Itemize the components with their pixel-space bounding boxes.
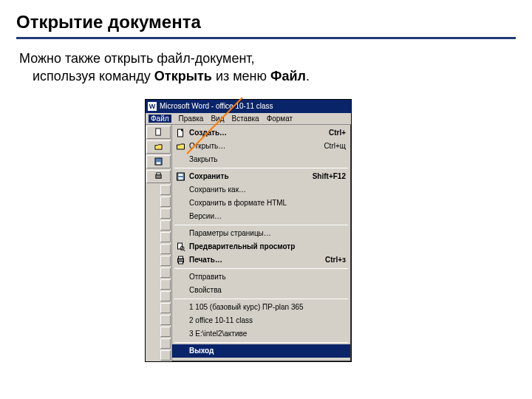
- blank-icon: [174, 272, 186, 282]
- blank-icon: [174, 185, 186, 195]
- tb-slot-11: [160, 303, 171, 313]
- menu-item-label: Предварительный просмотр: [189, 242, 346, 250]
- tb-slot-7: [160, 256, 171, 266]
- menu-item-label: 1 105 (базовый курс) ПР-plan 365: [189, 303, 346, 311]
- menu-item[interactable]: Параметры страницы…: [172, 227, 350, 240]
- tb-slot-2: [160, 197, 171, 207]
- menu-item-label: 3 E:\intel2\активе: [189, 330, 346, 338]
- save-icon: [174, 171, 186, 182]
- svg-line-12: [183, 250, 185, 251]
- menu-file[interactable]: Файл: [149, 115, 171, 123]
- menu-item[interactable]: Создать…Ctrl+: [172, 126, 350, 140]
- menu-item[interactable]: 1 105 (базовый курс) ПР-plan 365: [172, 301, 350, 314]
- menu-item[interactable]: Выход: [172, 344, 350, 358]
- menu-item[interactable]: Свойства: [172, 284, 350, 297]
- menu-item-label: Печать…: [189, 256, 321, 264]
- file-menu-dropdown: Создать…Ctrl+Открыть…Ctrl+щЗакрытьСохран…: [172, 125, 351, 361]
- menu-item[interactable]: Версии…: [172, 210, 350, 223]
- tb-slot-13: [160, 327, 171, 337]
- menu-item[interactable]: Предварительный просмотр: [172, 240, 350, 253]
- tb-save-icon[interactable]: [146, 155, 171, 168]
- menu-separator: [174, 342, 348, 343]
- menu-item[interactable]: Отправить: [172, 270, 350, 284]
- para-mid: из меню: [212, 69, 270, 83]
- svg-rect-5: [157, 173, 161, 175]
- menu-shortcut: Ctrl+щ: [324, 142, 346, 150]
- menu-shortcut: Shift+F12: [313, 172, 346, 180]
- menu-view[interactable]: Вид: [211, 115, 224, 123]
- tb-slot-15: [160, 350, 171, 361]
- menu-item[interactable]: Печать…Ctrl+з: [172, 253, 350, 267]
- new-icon: [174, 128, 186, 138]
- tb-slot-4: [160, 220, 171, 231]
- word-icon: W: [148, 102, 157, 111]
- tb-open-icon[interactable]: [146, 140, 171, 154]
- tb-slot-6: [160, 244, 171, 254]
- window-title: Microsoft Word - office 10-11 class: [160, 102, 273, 110]
- para-bold-file: Файл: [270, 69, 306, 83]
- preview-icon: [174, 242, 186, 252]
- menu-item[interactable]: Открыть…Ctrl+щ: [172, 140, 350, 153]
- menu-item[interactable]: СохранитьShift+F12: [172, 170, 350, 183]
- open-icon: [174, 141, 186, 151]
- svg-rect-9: [178, 174, 183, 176]
- menu-item-label: Открыть…: [189, 142, 319, 150]
- tb-print-icon[interactable]: [146, 170, 171, 183]
- menu-item-label: Сохранить в формате HTML: [189, 199, 346, 207]
- blank-icon: [174, 285, 186, 296]
- tb-slot-1: [160, 185, 171, 195]
- menu-item-label: Версии…: [189, 212, 346, 220]
- tb-slot-5: [160, 232, 171, 242]
- blank-icon: [174, 198, 186, 208]
- svg-rect-3: [157, 163, 161, 165]
- tb-slot-3: [160, 208, 171, 219]
- menu-separator: [174, 299, 348, 299]
- blank-icon: [174, 228, 186, 239]
- toolbar-left: [146, 125, 172, 361]
- print-icon: [174, 255, 186, 265]
- menubar: Файл Правка Вид Вставка Формат: [146, 113, 351, 125]
- svg-rect-14: [178, 256, 183, 259]
- tb-slot-8: [160, 267, 171, 278]
- menu-separator: [174, 168, 348, 168]
- menu-shortcut: Ctrl+: [329, 129, 346, 137]
- description-paragraph: Можно также открыть файл-документ, испол…: [16, 50, 516, 86]
- svg-rect-1: [156, 129, 160, 135]
- tb-slot-9: [160, 279, 171, 290]
- menu-item[interactable]: 2 office 10-11 class: [172, 314, 350, 327]
- menu-item-label: Отправить: [189, 273, 346, 281]
- menu-format[interactable]: Формат: [267, 115, 293, 123]
- menu-item-label: Параметры страницы…: [189, 229, 346, 237]
- blank-icon: [174, 316, 186, 326]
- menu-item[interactable]: 3 E:\intel2\активе: [172, 327, 350, 341]
- para-bold-open: Открыть: [154, 69, 212, 83]
- menu-item-label: 2 office 10-11 class: [189, 316, 346, 324]
- blank-icon: [174, 346, 186, 356]
- para-end: .: [306, 69, 310, 83]
- word-window-screenshot: W Microsoft Word - office 10-11 class Фа…: [145, 99, 352, 362]
- blank-icon: [174, 329, 186, 339]
- svg-rect-8: [178, 177, 183, 180]
- menu-item-label: Сохранить: [189, 172, 308, 180]
- menu-insert[interactable]: Вставка: [231, 115, 259, 123]
- blank-icon: [174, 302, 186, 313]
- menu-item[interactable]: Сохранить в формате HTML: [172, 197, 350, 210]
- menu-edit[interactable]: Правка: [179, 115, 204, 123]
- menu-item-label: Выход: [189, 347, 346, 355]
- para-indent: используя команду: [33, 69, 154, 83]
- tb-slot-10: [160, 291, 171, 301]
- tb-new-icon[interactable]: [146, 126, 171, 139]
- menu-item-label: Сохранить как…: [189, 185, 346, 194]
- para-line1: Можно также открыть файл-документ,: [19, 51, 255, 66]
- menu-item[interactable]: Закрыть: [172, 153, 350, 166]
- menu-item-label: Создать…: [189, 129, 324, 137]
- svg-rect-4: [156, 175, 161, 179]
- menu-item-label: Закрыть: [189, 155, 346, 163]
- menu-separator: [174, 225, 348, 225]
- menu-item[interactable]: Сохранить как…: [172, 183, 350, 197]
- titlebar: W Microsoft Word - office 10-11 class: [146, 100, 351, 113]
- title-rule: [16, 37, 516, 39]
- menu-item-label: Свойства: [189, 286, 346, 294]
- menu-shortcut: Ctrl+з: [325, 256, 346, 264]
- svg-rect-15: [178, 262, 183, 264]
